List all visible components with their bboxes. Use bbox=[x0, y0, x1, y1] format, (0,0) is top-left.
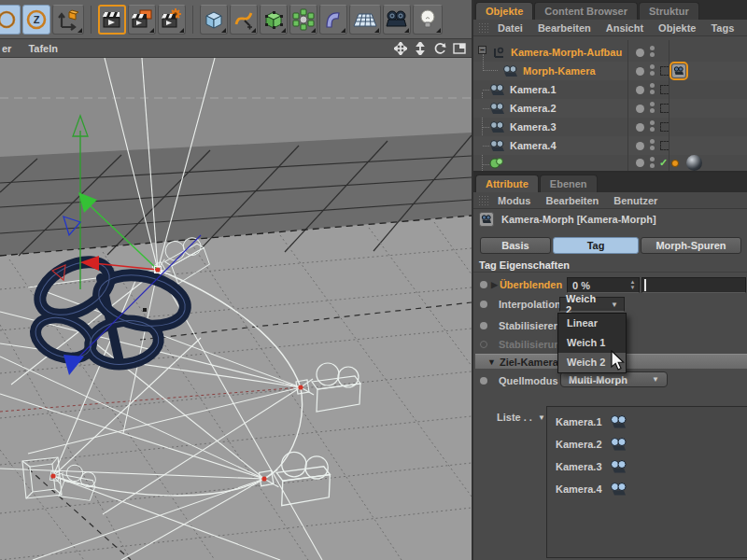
tree-item-morph-kamera[interactable]: Morph-Kamera bbox=[473, 62, 747, 80]
logo-object-icon bbox=[489, 157, 504, 170]
keyframe-circle-disabled bbox=[480, 341, 487, 348]
list-item-kamera-4[interactable]: Kamera.4 bbox=[547, 479, 747, 499]
keyframe-circle[interactable] bbox=[480, 377, 487, 385]
light-bulb-icon bbox=[417, 7, 438, 32]
tree-item-kamera-morph-aufbau[interactable]: Kamera-Morph-Aufbau bbox=[473, 43, 747, 62]
add-spline-button[interactable] bbox=[230, 5, 258, 35]
render-settings-button[interactable] bbox=[158, 5, 186, 35]
redo-icon: Z bbox=[25, 8, 48, 31]
orange-dot-icon[interactable] bbox=[671, 160, 679, 167]
quellmodus-dropdown[interactable]: Multi-Morph ▼ bbox=[560, 371, 668, 387]
undo-button[interactable] bbox=[0, 5, 21, 35]
visibility-dots[interactable] bbox=[650, 120, 655, 133]
list-item-kamera-2[interactable]: Kamera.2 bbox=[547, 434, 747, 455]
keyframe-circle[interactable] bbox=[480, 301, 487, 308]
ueberblenden-slider[interactable] bbox=[641, 277, 746, 293]
visibility-dots[interactable] bbox=[650, 64, 655, 77]
section-title: Tag Eigenschaften bbox=[473, 258, 747, 273]
tree-item-partial[interactable]: ✓ bbox=[473, 155, 747, 171]
ueberblenden-value-field[interactable]: 0 % ▲▼ bbox=[567, 277, 640, 293]
render-to-picture-viewer-button[interactable] bbox=[128, 5, 156, 35]
mode-tab-morph-spuren[interactable]: Morph-Spuren bbox=[641, 237, 741, 254]
layer-dot[interactable] bbox=[636, 159, 644, 167]
visibility-dots[interactable] bbox=[650, 102, 655, 115]
enable-check-icon[interactable]: ✓ bbox=[659, 157, 668, 169]
chevron-down-icon: ▼ bbox=[641, 375, 659, 384]
pan-view-icon[interactable] bbox=[393, 41, 407, 55]
spline-pen-icon bbox=[233, 8, 255, 31]
viewport-view-controls bbox=[393, 41, 466, 55]
viewport-menu-partial[interactable]: er bbox=[2, 43, 11, 54]
interpolation-dropdown[interactable]: Weich 2 ▼ bbox=[559, 297, 625, 312]
collapse-triangle-icon[interactable]: ▼ bbox=[538, 413, 545, 422]
menu-ansicht[interactable]: Ansicht bbox=[606, 22, 643, 34]
menu-bearbeiten[interactable]: Bearbeiten bbox=[538, 22, 591, 34]
morph-tag-icon[interactable] bbox=[671, 63, 686, 78]
dolly-view-icon[interactable] bbox=[413, 41, 427, 55]
toolbar-separator bbox=[187, 6, 193, 34]
object-manager-tabbar: Objekte Content Browser Struktur bbox=[473, 0, 747, 20]
tab-objekte[interactable]: Objekte bbox=[475, 2, 533, 20]
camera-object-icon bbox=[489, 140, 505, 152]
layer-dot[interactable] bbox=[636, 49, 644, 57]
add-camera-button[interactable] bbox=[383, 5, 411, 35]
layer-dot[interactable] bbox=[636, 86, 644, 94]
redo-button[interactable]: Z bbox=[22, 5, 50, 35]
column-separator bbox=[669, 40, 669, 171]
main-toolbar: Z bbox=[0, 0, 472, 39]
toolbar-separator bbox=[85, 6, 92, 34]
slider-handle[interactable] bbox=[644, 279, 646, 291]
add-array-button[interactable] bbox=[289, 5, 317, 35]
keyframe-circle[interactable] bbox=[480, 322, 487, 329]
layer-dot[interactable] bbox=[636, 67, 644, 76]
expander-triangle-icon[interactable]: ▶ bbox=[491, 280, 498, 289]
move-tool-button[interactable] bbox=[52, 5, 84, 35]
visibility-dots[interactable] bbox=[650, 157, 655, 170]
render-view-button[interactable] bbox=[98, 5, 126, 35]
mode-tab-basis[interactable]: Basis bbox=[480, 237, 551, 254]
liste-label: Liste . . bbox=[497, 412, 532, 423]
expand-toggle[interactable]: – bbox=[478, 46, 486, 54]
tree-item-kamera-3[interactable]: Kamera.3 bbox=[473, 118, 747, 136]
add-subdivision-surface-button[interactable] bbox=[260, 5, 288, 35]
menu-objekte[interactable]: Objekte bbox=[658, 22, 696, 34]
tree-item-kamera-1[interactable]: Kamera.1 bbox=[473, 80, 747, 99]
column-separator bbox=[627, 40, 628, 171]
tree-item-kamera-2[interactable]: Kamera.2 bbox=[473, 99, 747, 118]
camera-object-icon bbox=[502, 65, 518, 77]
visibility-dots[interactable] bbox=[650, 83, 655, 96]
layer-dot[interactable] bbox=[636, 105, 644, 113]
tree-item-kamera-4[interactable]: Kamera.4 bbox=[473, 136, 747, 155]
menu-tags[interactable]: Tags bbox=[711, 22, 734, 34]
visibility-dots[interactable] bbox=[650, 46, 655, 59]
viewport-3d[interactable] bbox=[0, 58, 472, 560]
list-item-kamera-3[interactable]: Kamera.3 bbox=[547, 456, 747, 477]
add-environment-button[interactable] bbox=[349, 5, 381, 35]
stepper-arrows[interactable]: ▲▼ bbox=[628, 279, 637, 291]
visibility-dots[interactable] bbox=[650, 139, 655, 152]
material-sphere-icon[interactable] bbox=[686, 155, 702, 171]
object-header: Kamera-Morph [Kamera-Morph] bbox=[473, 208, 747, 231]
keyframe-circle[interactable] bbox=[480, 281, 487, 288]
object-title: Kamera-Morph [Kamera-Morph] bbox=[501, 214, 656, 225]
camera-link-icon bbox=[610, 460, 627, 473]
toggle-layout-icon[interactable] bbox=[452, 41, 466, 55]
orbit-view-icon[interactable] bbox=[432, 41, 446, 55]
mouse-cursor bbox=[610, 350, 627, 372]
render-settings-icon bbox=[161, 8, 183, 31]
layer-dot[interactable] bbox=[636, 123, 644, 132]
add-light-button[interactable] bbox=[413, 5, 443, 35]
grip-icon[interactable] bbox=[478, 22, 490, 33]
dropdown-option-linear[interactable]: Linear bbox=[558, 314, 626, 333]
viewport-menu-tafeln[interactable]: Tafeln bbox=[28, 43, 58, 54]
tab-content-browser[interactable]: Content Browser bbox=[534, 2, 638, 20]
add-cube-button[interactable] bbox=[200, 5, 228, 35]
viewport-menubar: er Tafeln bbox=[0, 39, 472, 58]
layer-dot[interactable] bbox=[636, 142, 644, 150]
add-deformer-button[interactable] bbox=[319, 5, 347, 35]
tab-struktur[interactable]: Struktur bbox=[639, 2, 699, 20]
camera-object-icon bbox=[489, 84, 505, 96]
menu-datei[interactable]: Datei bbox=[498, 22, 523, 34]
list-item-kamera-1[interactable]: Kamera.1 bbox=[547, 412, 747, 432]
mode-tab-tag[interactable]: Tag bbox=[553, 237, 639, 254]
